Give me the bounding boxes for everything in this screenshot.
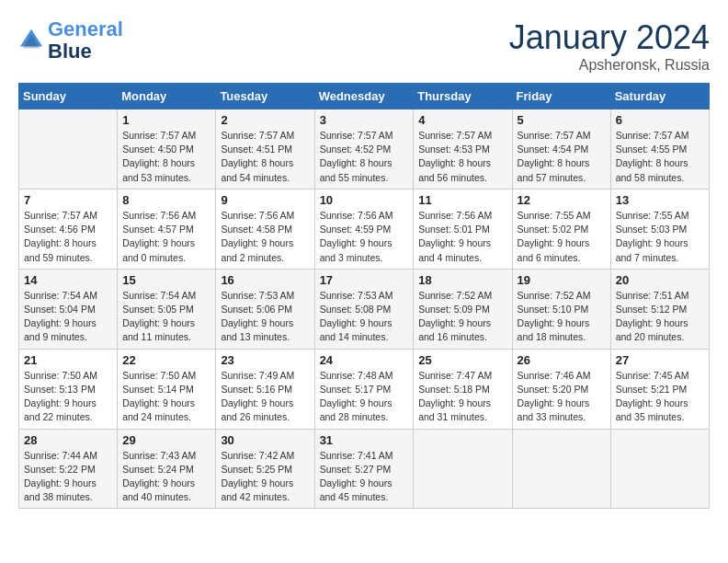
day-cell: 10Sunrise: 7:56 AMSunset: 4:59 PMDayligh… (314, 189, 414, 269)
day-cell: 8Sunrise: 7:56 AMSunset: 4:57 PMDaylight… (118, 189, 216, 269)
day-cell: 25Sunrise: 7:47 AMSunset: 5:18 PMDayligh… (414, 349, 512, 429)
day-info: Sunrise: 7:51 AMSunset: 5:12 PMDaylight:… (616, 289, 704, 345)
day-cell: 18Sunrise: 7:52 AMSunset: 5:09 PMDayligh… (414, 269, 512, 349)
header-cell-monday: Monday (118, 84, 216, 109)
day-cell: 24Sunrise: 7:48 AMSunset: 5:17 PMDayligh… (314, 349, 414, 429)
header-cell-wednesday: Wednesday (314, 84, 414, 109)
subtitle: Apsheronsk, Russia (509, 57, 710, 74)
logo: GeneralBlue (18, 18, 123, 63)
day-info: Sunrise: 7:55 AMSunset: 5:02 PMDaylight:… (518, 209, 606, 265)
day-cell: 7Sunrise: 7:57 AMSunset: 4:56 PMDaylight… (19, 189, 118, 269)
day-cell: 12Sunrise: 7:55 AMSunset: 5:02 PMDayligh… (512, 189, 610, 269)
day-number: 7 (24, 193, 112, 207)
day-number: 1 (122, 113, 210, 127)
day-number: 22 (122, 353, 210, 367)
day-cell: 20Sunrise: 7:51 AMSunset: 5:12 PMDayligh… (610, 269, 709, 349)
day-info: Sunrise: 7:53 AMSunset: 5:06 PMDaylight:… (221, 289, 309, 345)
day-info: Sunrise: 7:54 AMSunset: 5:05 PMDaylight:… (122, 289, 210, 345)
header-cell-tuesday: Tuesday (216, 84, 314, 109)
day-number: 20 (616, 273, 704, 287)
day-number: 6 (616, 113, 704, 127)
day-cell: 1Sunrise: 7:57 AMSunset: 4:50 PMDaylight… (118, 109, 216, 190)
week-row-3: 21Sunrise: 7:50 AMSunset: 5:13 PMDayligh… (19, 349, 710, 429)
day-cell: 27Sunrise: 7:45 AMSunset: 5:21 PMDayligh… (610, 349, 709, 429)
header-cell-thursday: Thursday (414, 84, 512, 109)
day-number: 29 (122, 433, 210, 447)
day-info: Sunrise: 7:41 AMSunset: 5:27 PMDaylight:… (320, 449, 409, 505)
day-cell: 15Sunrise: 7:54 AMSunset: 5:05 PMDayligh… (118, 269, 216, 349)
day-number: 13 (616, 193, 704, 207)
day-cell (512, 429, 610, 509)
day-cell: 4Sunrise: 7:57 AMSunset: 4:53 PMDaylight… (414, 109, 512, 190)
day-info: Sunrise: 7:49 AMSunset: 5:16 PMDaylight:… (221, 369, 309, 425)
day-info: Sunrise: 7:50 AMSunset: 5:14 PMDaylight:… (122, 369, 210, 425)
day-cell: 6Sunrise: 7:57 AMSunset: 4:55 PMDaylight… (610, 109, 709, 190)
day-info: Sunrise: 7:52 AMSunset: 5:09 PMDaylight:… (418, 289, 506, 345)
day-info: Sunrise: 7:54 AMSunset: 5:04 PMDaylight:… (24, 289, 112, 345)
day-cell: 21Sunrise: 7:50 AMSunset: 5:13 PMDayligh… (19, 349, 118, 429)
day-info: Sunrise: 7:57 AMSunset: 4:56 PMDaylight:… (24, 209, 112, 265)
day-info: Sunrise: 7:46 AMSunset: 5:20 PMDaylight:… (518, 369, 606, 425)
week-row-0: 1Sunrise: 7:57 AMSunset: 4:50 PMDaylight… (19, 109, 710, 190)
day-cell (19, 109, 118, 190)
day-number: 27 (616, 353, 704, 367)
logo-icon (18, 28, 44, 53)
day-cell (610, 429, 709, 509)
day-number: 30 (221, 433, 309, 447)
day-info: Sunrise: 7:50 AMSunset: 5:13 PMDaylight:… (24, 369, 112, 425)
calendar-header-row: SundayMondayTuesdayWednesdayThursdayFrid… (19, 84, 710, 109)
title-section: January 2024 Apsheronsk, Russia (509, 18, 710, 74)
day-number: 9 (221, 193, 309, 207)
day-number: 11 (418, 193, 506, 207)
day-info: Sunrise: 7:44 AMSunset: 5:22 PMDaylight:… (24, 449, 112, 505)
day-info: Sunrise: 7:52 AMSunset: 5:10 PMDaylight:… (518, 289, 606, 345)
day-cell: 16Sunrise: 7:53 AMSunset: 5:06 PMDayligh… (216, 269, 314, 349)
week-row-1: 7Sunrise: 7:57 AMSunset: 4:56 PMDaylight… (19, 189, 710, 269)
day-info: Sunrise: 7:57 AMSunset: 4:55 PMDaylight:… (616, 129, 704, 185)
day-cell: 5Sunrise: 7:57 AMSunset: 4:54 PMDaylight… (512, 109, 610, 190)
day-info: Sunrise: 7:53 AMSunset: 5:08 PMDaylight:… (320, 289, 409, 345)
day-number: 8 (122, 193, 210, 207)
day-cell: 30Sunrise: 7:42 AMSunset: 5:25 PMDayligh… (216, 429, 314, 509)
day-number: 3 (320, 113, 409, 127)
day-number: 17 (320, 273, 409, 287)
day-cell: 23Sunrise: 7:49 AMSunset: 5:16 PMDayligh… (216, 349, 314, 429)
day-info: Sunrise: 7:56 AMSunset: 5:01 PMDaylight:… (418, 209, 506, 265)
month-title: January 2024 (509, 18, 710, 57)
day-info: Sunrise: 7:45 AMSunset: 5:21 PMDaylight:… (616, 369, 704, 425)
calendar-body: 1Sunrise: 7:57 AMSunset: 4:50 PMDaylight… (19, 109, 710, 509)
day-info: Sunrise: 7:56 AMSunset: 4:59 PMDaylight:… (320, 209, 409, 265)
day-info: Sunrise: 7:47 AMSunset: 5:18 PMDaylight:… (418, 369, 506, 425)
day-number: 2 (221, 113, 309, 127)
week-row-4: 28Sunrise: 7:44 AMSunset: 5:22 PMDayligh… (19, 429, 710, 509)
day-info: Sunrise: 7:56 AMSunset: 4:57 PMDaylight:… (122, 209, 210, 265)
day-info: Sunrise: 7:43 AMSunset: 5:24 PMDaylight:… (122, 449, 210, 505)
day-number: 14 (24, 273, 112, 287)
day-info: Sunrise: 7:57 AMSunset: 4:54 PMDaylight:… (518, 129, 606, 185)
day-info: Sunrise: 7:55 AMSunset: 5:03 PMDaylight:… (616, 209, 704, 265)
day-cell: 2Sunrise: 7:57 AMSunset: 4:51 PMDaylight… (216, 109, 314, 190)
day-info: Sunrise: 7:57 AMSunset: 4:53 PMDaylight:… (418, 129, 506, 185)
day-number: 15 (122, 273, 210, 287)
day-number: 25 (418, 353, 506, 367)
day-info: Sunrise: 7:57 AMSunset: 4:52 PMDaylight:… (320, 129, 409, 185)
day-info: Sunrise: 7:48 AMSunset: 5:17 PMDaylight:… (320, 369, 409, 425)
day-cell: 19Sunrise: 7:52 AMSunset: 5:10 PMDayligh… (512, 269, 610, 349)
day-cell (414, 429, 512, 509)
day-cell: 13Sunrise: 7:55 AMSunset: 5:03 PMDayligh… (610, 189, 709, 269)
day-number: 23 (221, 353, 309, 367)
header-cell-saturday: Saturday (610, 84, 709, 109)
day-info: Sunrise: 7:57 AMSunset: 4:50 PMDaylight:… (122, 129, 210, 185)
day-cell: 14Sunrise: 7:54 AMSunset: 5:04 PMDayligh… (19, 269, 118, 349)
day-number: 10 (320, 193, 409, 207)
day-number: 4 (418, 113, 506, 127)
day-number: 12 (518, 193, 606, 207)
calendar-table: SundayMondayTuesdayWednesdayThursdayFrid… (18, 83, 710, 509)
day-cell: 31Sunrise: 7:41 AMSunset: 5:27 PMDayligh… (314, 429, 414, 509)
logo-text: GeneralBlue (48, 18, 123, 63)
day-number: 16 (221, 273, 309, 287)
day-number: 31 (320, 433, 409, 447)
page-header: GeneralBlue January 2024 Apsheronsk, Rus… (18, 18, 710, 74)
day-cell: 17Sunrise: 7:53 AMSunset: 5:08 PMDayligh… (314, 269, 414, 349)
day-number: 18 (418, 273, 506, 287)
